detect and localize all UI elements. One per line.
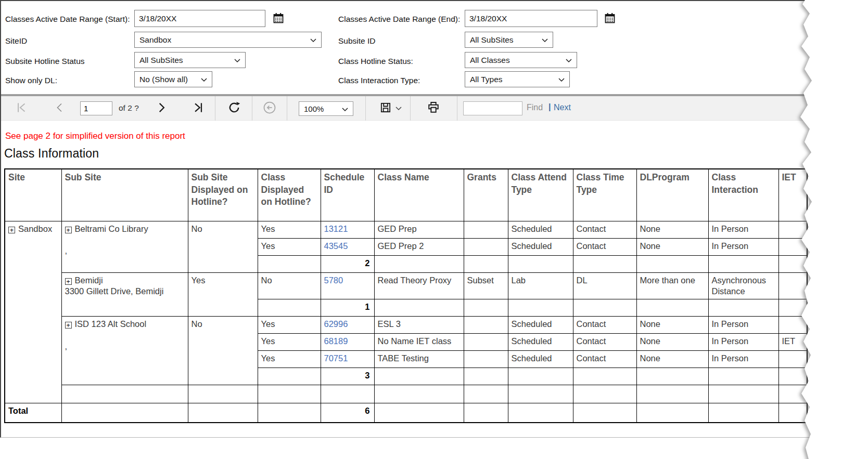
attend-type-cell: Scheduled <box>508 238 573 255</box>
subsite-name: Beltrami Co Library <box>75 224 148 233</box>
total-count: 6 <box>321 403 374 423</box>
iet-cell <box>778 238 807 255</box>
interaction-cell: In Person <box>708 317 778 334</box>
subsite-displayed-cell: No <box>188 317 258 385</box>
class-hotline-status-select[interactable]: All Classes <box>465 52 577 68</box>
date-start-label: Classes Active Date Range (Start): <box>5 15 130 24</box>
blank-cell <box>573 385 636 403</box>
schedule-id-link[interactable]: 43545 <box>324 241 348 251</box>
class-displayed-cell: Yes <box>258 221 321 238</box>
next-page-icon <box>155 101 168 116</box>
back-to-parent-button[interactable] <box>260 96 279 121</box>
class-hotline-status-label: Class Hotline Status: <box>338 57 413 66</box>
previous-page-button[interactable] <box>52 96 68 121</box>
chevron-down-icon <box>558 75 565 84</box>
expand-icon[interactable] <box>65 322 72 329</box>
prev-page-icon <box>54 101 66 115</box>
table-row: ISD 123 Alt School , No Yes 62996 ESL 3 … <box>5 317 807 334</box>
time-type-cell: Contact <box>573 317 636 334</box>
show-only-dl-select[interactable]: No (Show all) <box>134 71 212 87</box>
siteid-value: Sandbox <box>139 35 171 45</box>
schedule-id-link[interactable]: 68189 <box>324 336 348 346</box>
col-header-site: Site <box>5 169 61 221</box>
subsite-displayed-cell: Yes <box>188 272 258 317</box>
spacer-row <box>5 385 807 403</box>
class-displayed-cell: Yes <box>258 351 321 368</box>
schedule-id-link[interactable]: 13121 <box>324 224 348 233</box>
blank-cell <box>374 299 464 317</box>
siteid-select[interactable]: Sandbox <box>134 32 322 48</box>
report-viewer: Classes Active Date Range (Start): SiteI… <box>0 0 868 459</box>
class-name-cell: ESL 3 <box>374 317 464 334</box>
export-button[interactable] <box>377 96 404 121</box>
subsite-address: 3300 Gillett Drive, Bemidji <box>65 286 185 297</box>
blank-cell <box>374 403 464 423</box>
schedule-id-link[interactable]: 5780 <box>324 276 343 285</box>
col-header-iet: IET <box>778 169 807 221</box>
blank-cell <box>374 255 464 272</box>
report-title: Class Information <box>4 147 808 161</box>
zoom-select[interactable]: 100% <box>299 101 353 116</box>
find-text-input[interactable] <box>463 101 522 115</box>
class-hotline-status-value: All Classes <box>470 56 510 65</box>
subsite-address: , <box>65 234 185 257</box>
page-number-input[interactable] <box>80 101 112 115</box>
blank-cell <box>636 403 708 423</box>
date-end-input[interactable] <box>465 10 597 27</box>
schedule-id-cell: 70751 <box>321 351 374 368</box>
class-interaction-type-label: Class Interaction Type: <box>338 76 420 85</box>
expand-icon[interactable] <box>8 227 15 233</box>
subsite-id-value: All SubSites <box>470 35 514 45</box>
grants-cell <box>464 238 508 255</box>
blank-cell <box>464 255 508 272</box>
next-link[interactable]: Next <box>554 103 571 112</box>
class-interaction-type-select[interactable]: All Types <box>465 71 570 87</box>
dlprogram-cell: None <box>636 238 708 255</box>
col-header-sub-site: Sub Site <box>61 169 188 221</box>
class-name-cell: Read Theory Proxy <box>374 272 464 299</box>
blank-cell <box>636 385 708 403</box>
class-name-cell: No Name IET class <box>374 334 464 351</box>
schedule-id-cell: 13121 <box>321 221 374 238</box>
expand-icon[interactable] <box>65 227 72 233</box>
last-page-button[interactable] <box>189 96 207 121</box>
date-start-input[interactable] <box>134 10 265 27</box>
chevron-down-icon <box>201 75 207 84</box>
schedule-id-link[interactable]: 70751 <box>324 353 348 363</box>
subsite-displayed-cell: No <box>188 221 258 272</box>
subtotal-count: 3 <box>321 368 374 385</box>
find-link[interactable]: Find <box>527 103 543 112</box>
refresh-button[interactable] <box>225 96 244 121</box>
subsite-hotline-status-select[interactable]: All SubSites <box>134 52 246 68</box>
toolbar-divider <box>215 96 215 121</box>
blank-cell <box>708 368 778 385</box>
blank-cell <box>464 368 508 385</box>
first-page-button[interactable] <box>12 96 30 121</box>
next-page-button[interactable] <box>153 96 170 121</box>
blank-cell <box>636 368 708 385</box>
chevron-down-icon <box>542 35 548 45</box>
schedule-id-link[interactable]: 62996 <box>324 319 348 329</box>
blank-cell <box>188 385 258 403</box>
blank-cell <box>374 368 464 385</box>
first-page-icon <box>15 101 28 116</box>
calendar-icon[interactable] <box>604 12 616 25</box>
calendar-icon[interactable] <box>272 12 285 25</box>
print-button[interactable] <box>424 96 443 121</box>
blank-cell <box>508 403 573 423</box>
table-header-row: Site Sub Site Sub Site Displayed on Hotl… <box>5 169 807 221</box>
blank-cell <box>464 403 508 423</box>
total-row: Total 6 <box>5 403 807 423</box>
class-displayed-cell: No <box>258 272 321 299</box>
col-header-time-type: Class Time Type <box>573 169 636 221</box>
table-row: Bemidji3300 Gillett Drive, Bemidji Yes N… <box>5 272 807 299</box>
subsite-hotline-status-label: Subsite Hotline Status <box>5 57 85 66</box>
save-icon <box>379 101 392 116</box>
subsite-id-select[interactable]: All SubSites <box>465 32 553 48</box>
blank-cell <box>778 368 807 385</box>
blank-cell <box>61 403 188 423</box>
class-interaction-type-value: All Types <box>470 75 503 84</box>
time-type-cell: Contact <box>573 351 636 368</box>
subsite-id-label: Subsite ID <box>338 36 376 46</box>
expand-icon[interactable] <box>65 278 72 285</box>
